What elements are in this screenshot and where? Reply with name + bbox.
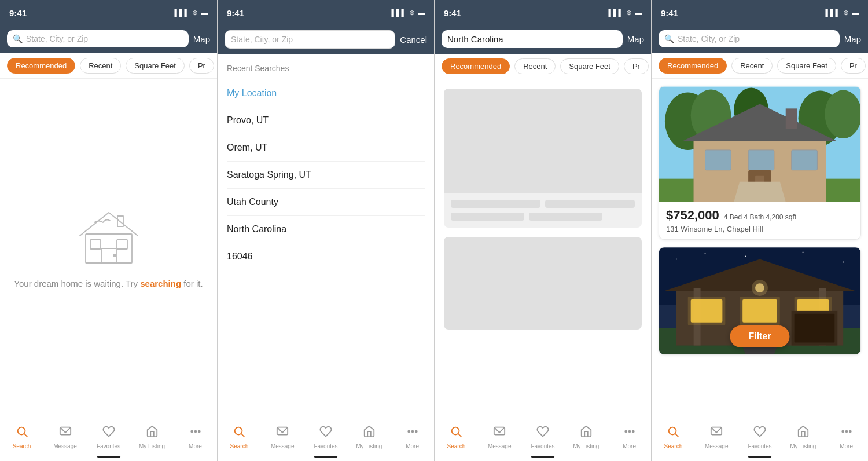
svg-point-11 [198, 431, 200, 433]
nav-message-2[interactable]: Message [268, 425, 297, 449]
search-input-wrap-1[interactable]: 🔍 State, City, or Zip [7, 30, 189, 47]
nav-mylisting-label-4: My Listing [790, 443, 816, 449]
cancel-button-2[interactable]: Cancel [400, 35, 427, 45]
nav-mylisting-3[interactable]: My Listing [572, 425, 601, 449]
search-input-open-2[interactable]: State, City, or Zip [225, 30, 395, 49]
nav-mylisting-1[interactable]: My Listing [138, 425, 167, 449]
tab-squarefeet-4[interactable]: Square Feet [777, 58, 836, 74]
recent-item-nc[interactable]: North Carolina [227, 216, 425, 243]
status-time-2: 9:41 [227, 8, 244, 18]
svg-rect-35 [705, 150, 731, 170]
nav-mylisting-2[interactable]: My Listing [355, 425, 384, 449]
search-nav-icon-3 [450, 425, 462, 441]
signal-icon-2: ▌▌▌ [391, 9, 406, 17]
nav-favorites-4[interactable]: Favorites [745, 425, 774, 449]
svg-marker-40 [734, 182, 785, 202]
svg-point-22 [628, 431, 630, 433]
svg-point-10 [194, 431, 196, 433]
svg-line-66 [676, 434, 679, 437]
wifi-icon-2: ⊛ [409, 9, 415, 17]
search-placeholder-1: State, City, or Zip [26, 34, 88, 43]
tab-recommended-1[interactable]: Recommended [7, 58, 75, 74]
map-button-1[interactable]: Map [193, 34, 210, 44]
recent-item-mylocation[interactable]: My Location [227, 80, 425, 107]
recent-item-zip[interactable]: 16046 [227, 243, 425, 270]
map-button-4[interactable]: Map [844, 34, 861, 44]
nav-search-2[interactable]: Search [225, 425, 253, 449]
tab-squarefeet-3[interactable]: Square Feet [560, 58, 619, 74]
svg-point-5 [113, 254, 116, 257]
filter-button[interactable]: Filter [730, 325, 789, 347]
svg-rect-3 [117, 240, 127, 249]
nav-favorites-1[interactable]: Favorites [94, 425, 123, 449]
skeleton-text-1 [444, 193, 642, 228]
svg-rect-2 [90, 240, 101, 249]
mylisting-nav-icon-4 [797, 425, 810, 441]
message-nav-icon-1 [59, 425, 72, 441]
nav-message-4[interactable]: Message [702, 425, 731, 449]
svg-point-70 [849, 431, 851, 433]
nav-search-label-3: Search [447, 443, 466, 449]
nav-more-label-4: More [840, 443, 853, 449]
recent-item-saratoga[interactable]: Saratoga Spring, UT [227, 162, 425, 189]
nav-mylisting-label-3: My Listing [573, 443, 599, 449]
skeleton-image-2 [444, 237, 642, 330]
svg-point-6 [17, 427, 25, 435]
nav-message-1[interactable]: Message [51, 425, 80, 449]
recent-item-orem[interactable]: Orem, UT [227, 134, 425, 162]
mylisting-nav-icon-1 [146, 425, 159, 441]
tab-squarefeet-1[interactable]: Square Feet [126, 58, 185, 74]
nav-more-4[interactable]: More [832, 425, 861, 449]
nav-message-3[interactable]: Message [485, 425, 514, 449]
svg-rect-36 [748, 150, 774, 170]
nav-favorites-label-1: Favorites [97, 443, 120, 449]
more-nav-icon-3 [623, 425, 636, 441]
favorites-nav-icon-4 [753, 425, 766, 441]
status-bar-2: 9:41 ▌▌▌ ⊛ ▬ [218, 0, 434, 25]
listing-card-2[interactable]: Filter [659, 247, 861, 355]
nav-more-1[interactable]: More [181, 425, 210, 449]
svg-line-19 [459, 434, 462, 437]
tab-recent-1[interactable]: Recent [80, 58, 121, 74]
search-area-2: State, City, or Zip Cancel [218, 25, 434, 54]
nav-more-3[interactable]: More [615, 425, 644, 449]
nav-search-label-4: Search [664, 443, 683, 449]
nav-more-2[interactable]: More [398, 425, 427, 449]
tab-recent-4[interactable]: Recent [731, 58, 773, 74]
tab-pr-4[interactable]: Pr [841, 58, 866, 74]
search-input-wrap-3[interactable]: North Carolina [442, 30, 623, 48]
screen-1: 9:41 ▌▌▌ ⊛ ▬ 🔍 State, City, or Zip Map R… [0, 0, 217, 461]
recent-item-utah[interactable]: Utah County [227, 189, 425, 216]
tab-pr-3[interactable]: Pr [624, 58, 649, 74]
status-icons-2: ▌▌▌ ⊛ ▬ [391, 9, 425, 17]
nav-favorites-3[interactable]: Favorites [528, 425, 557, 449]
skeleton-line-1d [529, 213, 602, 221]
nav-search-4[interactable]: Search [659, 425, 687, 449]
more-nav-icon-1 [189, 425, 202, 441]
svg-point-65 [669, 427, 676, 435]
svg-point-15 [408, 431, 410, 433]
nav-mylisting-label-1: My Listing [139, 443, 165, 449]
search-nav-icon-1 [16, 425, 28, 441]
svg-point-18 [452, 427, 459, 435]
nav-search-3[interactable]: Search [442, 425, 470, 449]
searching-link[interactable]: searching [140, 279, 181, 288]
search-input-wrap-4[interactable]: 🔍 State, City, or Zip [659, 30, 840, 47]
nav-mylisting-4[interactable]: My Listing [789, 425, 818, 449]
mylisting-nav-icon-2 [363, 425, 376, 441]
tab-recommended-3[interactable]: Recommended [442, 58, 510, 74]
tab-recent-3[interactable]: Recent [514, 58, 556, 74]
tab-recommended-4[interactable]: Recommended [659, 58, 727, 74]
bottom-nav-1: Search Message Favorites My Listing [0, 420, 217, 461]
skeleton-card-1 [444, 89, 642, 228]
status-bar-3: 9:41 ▌▌▌ ⊛ ▬ [435, 0, 651, 25]
nav-favorites-2[interactable]: Favorites [311, 425, 340, 449]
tab-pr-1[interactable]: Pr [189, 58, 214, 74]
filter-tabs-4: Recommended Recent Square Feet Pr [652, 53, 868, 79]
bottom-nav-4: Search Message Favorites My Listing [652, 420, 868, 461]
skeleton-image-1 [444, 89, 642, 193]
listing-card-1[interactable]: $752,000 4 Bed 4 Bath 4,200 sqft 131 Win… [659, 86, 861, 240]
nav-search-1[interactable]: Search [8, 425, 36, 449]
map-button-3[interactable]: Map [627, 34, 644, 44]
recent-item-provo[interactable]: Provo, UT [227, 107, 425, 134]
